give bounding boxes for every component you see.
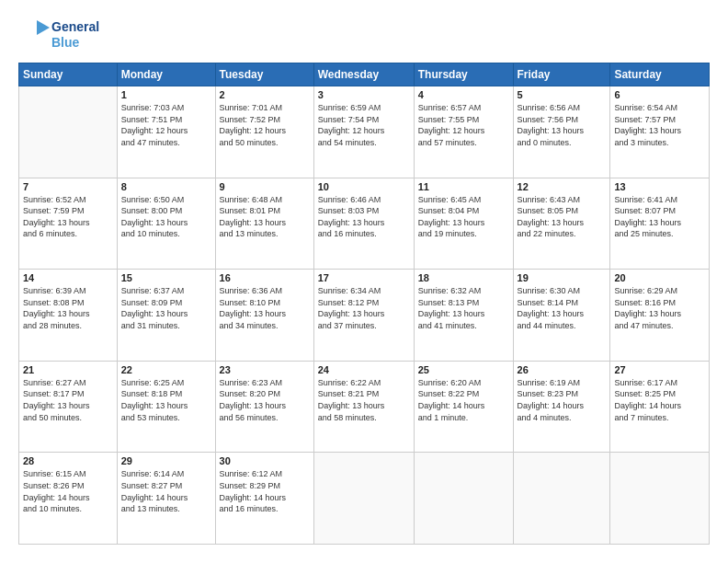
logo-blue: Blue: [51, 35, 99, 51]
day-info: Sunrise: 6:36 AM Sunset: 8:10 PM Dayligh…: [220, 285, 310, 331]
calendar-cell: 14Sunrise: 6:39 AM Sunset: 8:08 PM Dayli…: [19, 270, 118, 362]
day-number: 22: [121, 364, 211, 375]
day-info: Sunrise: 6:29 AM Sunset: 8:16 PM Dayligh…: [614, 285, 705, 331]
day-number: 19: [518, 272, 607, 283]
calendar-cell: 16Sunrise: 6:36 AM Sunset: 8:10 PM Dayli…: [215, 270, 313, 362]
day-info: Sunrise: 6:27 AM Sunset: 8:17 PM Dayligh…: [23, 377, 113, 423]
day-info: Sunrise: 6:52 AM Sunset: 7:59 PM Dayligh…: [23, 194, 113, 240]
day-info: Sunrise: 6:19 AM Sunset: 8:23 PM Dayligh…: [518, 377, 607, 423]
day-number: 10: [318, 181, 410, 192]
day-number: 23: [220, 364, 310, 375]
calendar-cell: 18Sunrise: 6:32 AM Sunset: 8:13 PM Dayli…: [414, 270, 513, 362]
day-info: Sunrise: 6:56 AM Sunset: 7:56 PM Dayligh…: [518, 102, 607, 148]
calendar-cell: 5Sunrise: 6:56 AM Sunset: 7:56 PM Daylig…: [513, 86, 610, 178]
day-number: 21: [23, 364, 113, 375]
calendar-cell: 27Sunrise: 6:17 AM Sunset: 8:25 PM Dayli…: [610, 361, 710, 453]
day-number: 5: [518, 89, 607, 100]
calendar-body: 1Sunrise: 7:03 AM Sunset: 7:51 PM Daylig…: [19, 86, 710, 545]
day-number: 14: [23, 272, 113, 283]
day-number: 24: [318, 364, 410, 375]
day-number: 17: [318, 272, 410, 283]
day-info: Sunrise: 6:39 AM Sunset: 8:08 PM Dayligh…: [23, 285, 113, 331]
day-info: Sunrise: 6:34 AM Sunset: 8:12 PM Dayligh…: [318, 285, 410, 331]
calendar-cell: 6Sunrise: 6:54 AM Sunset: 7:57 PM Daylig…: [610, 86, 710, 178]
calendar-cell: [313, 453, 414, 545]
day-number: 20: [614, 272, 705, 283]
day-info: Sunrise: 6:41 AM Sunset: 8:07 PM Dayligh…: [614, 194, 705, 240]
calendar-header-row: SundayMondayTuesdayWednesdayThursdayFrid…: [19, 63, 710, 86]
header: GeneralBlue: [18, 18, 710, 52]
day-info: Sunrise: 6:30 AM Sunset: 8:14 PM Dayligh…: [518, 285, 607, 331]
calendar-cell: 29Sunrise: 6:14 AM Sunset: 8:27 PM Dayli…: [117, 453, 215, 545]
calendar-cell: 22Sunrise: 6:25 AM Sunset: 8:18 PM Dayli…: [117, 361, 215, 453]
calendar-cell: 28Sunrise: 6:15 AM Sunset: 8:26 PM Dayli…: [19, 453, 118, 545]
weekday-header-tuesday: Tuesday: [215, 63, 313, 86]
day-info: Sunrise: 6:43 AM Sunset: 8:05 PM Dayligh…: [518, 194, 607, 240]
calendar-cell: 13Sunrise: 6:41 AM Sunset: 8:07 PM Dayli…: [610, 178, 710, 270]
day-number: 15: [121, 272, 211, 283]
day-number: 7: [23, 181, 113, 192]
day-number: 30: [220, 455, 310, 466]
calendar-cell: [610, 453, 710, 545]
day-info: Sunrise: 6:59 AM Sunset: 7:54 PM Dayligh…: [318, 102, 410, 148]
svg-marker-1: [37, 20, 50, 35]
day-info: Sunrise: 6:14 AM Sunset: 8:27 PM Dayligh…: [121, 468, 211, 514]
weekday-header-saturday: Saturday: [610, 63, 710, 86]
day-number: 26: [518, 364, 607, 375]
calendar-cell: [513, 453, 610, 545]
calendar-cell: [414, 453, 513, 545]
day-number: 2: [220, 89, 310, 100]
calendar-cell: 12Sunrise: 6:43 AM Sunset: 8:05 PM Dayli…: [513, 178, 610, 270]
calendar-cell: 1Sunrise: 7:03 AM Sunset: 7:51 PM Daylig…: [117, 86, 215, 178]
weekday-header-thursday: Thursday: [414, 63, 513, 86]
calendar-cell: 21Sunrise: 6:27 AM Sunset: 8:17 PM Dayli…: [19, 361, 118, 453]
day-number: 29: [121, 455, 211, 466]
weekday-header-sunday: Sunday: [19, 63, 118, 86]
calendar-cell: 23Sunrise: 6:23 AM Sunset: 8:20 PM Dayli…: [215, 361, 313, 453]
calendar-cell: 7Sunrise: 6:52 AM Sunset: 7:59 PM Daylig…: [19, 178, 118, 270]
calendar-cell: 17Sunrise: 6:34 AM Sunset: 8:12 PM Dayli…: [313, 270, 414, 362]
calendar-cell: 24Sunrise: 6:22 AM Sunset: 8:21 PM Dayli…: [313, 361, 414, 453]
day-info: Sunrise: 6:15 AM Sunset: 8:26 PM Dayligh…: [23, 468, 113, 514]
day-info: Sunrise: 6:17 AM Sunset: 8:25 PM Dayligh…: [614, 377, 705, 423]
weekday-header-friday: Friday: [513, 63, 610, 86]
calendar-cell: 15Sunrise: 6:37 AM Sunset: 8:09 PM Dayli…: [117, 270, 215, 362]
day-number: 4: [418, 89, 509, 100]
day-number: 1: [121, 89, 211, 100]
calendar: SundayMondayTuesdayWednesdayThursdayFrid…: [18, 63, 710, 545]
calendar-cell: 11Sunrise: 6:45 AM Sunset: 8:04 PM Dayli…: [414, 178, 513, 270]
calendar-cell: 2Sunrise: 7:01 AM Sunset: 7:52 PM Daylig…: [215, 86, 313, 178]
day-info: Sunrise: 6:37 AM Sunset: 8:09 PM Dayligh…: [121, 285, 211, 331]
calendar-cell: 25Sunrise: 6:20 AM Sunset: 8:22 PM Dayli…: [414, 361, 513, 453]
page: GeneralBlue SundayMondayTuesdayWednesday…: [0, 0, 728, 563]
day-info: Sunrise: 6:48 AM Sunset: 8:01 PM Dayligh…: [220, 194, 310, 240]
calendar-cell: 26Sunrise: 6:19 AM Sunset: 8:23 PM Dayli…: [513, 361, 610, 453]
day-number: 28: [23, 455, 113, 466]
day-info: Sunrise: 6:46 AM Sunset: 8:03 PM Dayligh…: [318, 194, 410, 240]
day-info: Sunrise: 7:01 AM Sunset: 7:52 PM Dayligh…: [220, 102, 310, 148]
day-info: Sunrise: 6:12 AM Sunset: 8:29 PM Dayligh…: [220, 468, 310, 514]
calendar-cell: 4Sunrise: 6:57 AM Sunset: 7:55 PM Daylig…: [414, 86, 513, 178]
day-info: Sunrise: 6:25 AM Sunset: 8:18 PM Dayligh…: [121, 377, 211, 423]
day-info: Sunrise: 6:23 AM Sunset: 8:20 PM Dayligh…: [220, 377, 310, 423]
calendar-week-3: 14Sunrise: 6:39 AM Sunset: 8:08 PM Dayli…: [19, 270, 710, 362]
logo: GeneralBlue: [18, 18, 99, 52]
day-info: Sunrise: 6:50 AM Sunset: 8:00 PM Dayligh…: [121, 194, 211, 240]
logo-icon: [18, 18, 51, 52]
calendar-cell: 8Sunrise: 6:50 AM Sunset: 8:00 PM Daylig…: [117, 178, 215, 270]
calendar-cell: 3Sunrise: 6:59 AM Sunset: 7:54 PM Daylig…: [313, 86, 414, 178]
calendar-cell: 20Sunrise: 6:29 AM Sunset: 8:16 PM Dayli…: [610, 270, 710, 362]
svg-rect-0: [18, 18, 51, 52]
day-info: Sunrise: 6:20 AM Sunset: 8:22 PM Dayligh…: [418, 377, 509, 423]
day-number: 16: [220, 272, 310, 283]
day-info: Sunrise: 6:32 AM Sunset: 8:13 PM Dayligh…: [418, 285, 509, 331]
calendar-week-5: 28Sunrise: 6:15 AM Sunset: 8:26 PM Dayli…: [19, 453, 710, 545]
calendar-week-4: 21Sunrise: 6:27 AM Sunset: 8:17 PM Dayli…: [19, 361, 710, 453]
calendar-cell: 10Sunrise: 6:46 AM Sunset: 8:03 PM Dayli…: [313, 178, 414, 270]
day-number: 11: [418, 181, 509, 192]
calendar-week-1: 1Sunrise: 7:03 AM Sunset: 7:51 PM Daylig…: [19, 86, 710, 178]
calendar-cell: 30Sunrise: 6:12 AM Sunset: 8:29 PM Dayli…: [215, 453, 313, 545]
day-number: 13: [614, 181, 705, 192]
day-number: 6: [614, 89, 705, 100]
day-number: 9: [220, 181, 310, 192]
